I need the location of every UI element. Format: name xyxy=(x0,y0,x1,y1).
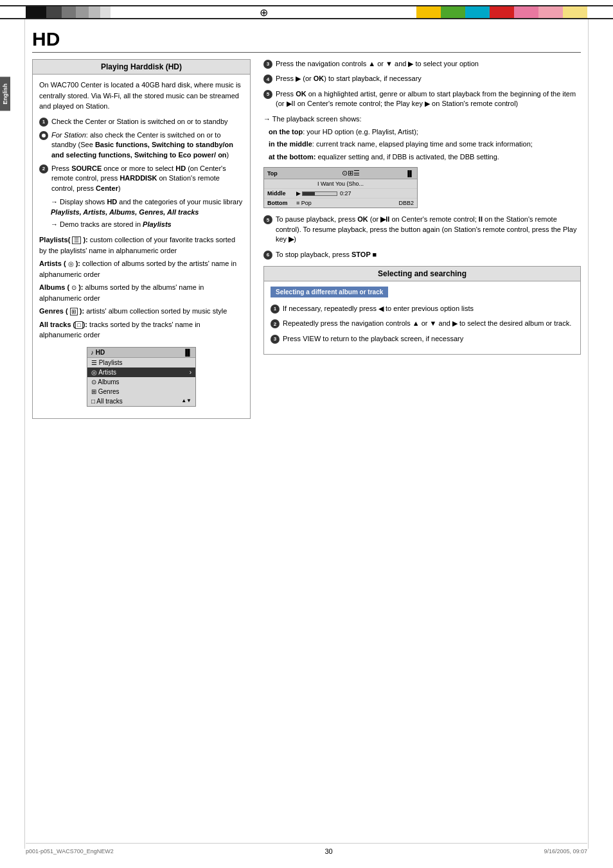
header-color-bar-yellow xyxy=(416,6,441,18)
hd-display-titlebar: ♪ HD ▐▌ xyxy=(87,348,195,358)
playback-track-name: I Want You (Sho... xyxy=(264,179,417,189)
pause-step-number: 5 xyxy=(263,215,272,224)
footer: p001-p051_WACS700_EngNEW2 30 9/16/2005, … xyxy=(26,843,587,855)
pause-step-text: To pause playback, press OK (or ▶II on C… xyxy=(276,215,581,244)
selecting-searching-section: Selecting and searching Selecting a diff… xyxy=(263,266,581,355)
left-border xyxy=(24,19,25,849)
header-color-bar-red xyxy=(490,6,514,18)
header-bar-1 xyxy=(26,6,46,18)
playback-screen-arrow: The playback screen shows: xyxy=(263,114,581,124)
crosshair-icon: ⊕ xyxy=(260,6,268,19)
step-3-text: Press SOURCE once or more to select HD (… xyxy=(51,164,244,193)
playing-harddisk-section: Playing Harddisk (HD) On WAC700 Center i… xyxy=(32,59,251,419)
footer-page-number: 30 xyxy=(324,847,332,855)
hd-display-signal-icon: ▐▌ xyxy=(183,349,192,356)
step-2-bullet xyxy=(39,131,48,140)
right-step-4-number: 4 xyxy=(263,75,272,84)
header-bar-6 xyxy=(100,6,111,18)
step-1: 1 Check the Center or Station is switche… xyxy=(39,117,244,127)
header-color-bar-pink xyxy=(514,6,538,18)
select-step-1-number: 1 xyxy=(271,305,280,314)
select-step-1-text: If necessary, repeatedly press ◀ to ente… xyxy=(283,304,574,314)
playback-screen-box: Top ⊙⊞☰ ▐▌ I Want You (Sho... Middle ▶ 0… xyxy=(263,167,418,208)
step-3-number: 2 xyxy=(39,164,48,173)
right-step-3-number: 3 xyxy=(263,60,272,69)
header-bar-5 xyxy=(89,6,100,18)
footer-right: 9/16/2005, 09:07 xyxy=(544,848,587,855)
select-step-2: 2 Repeatedly press the navigation contro… xyxy=(271,319,574,328)
playback-top-row: Top ⊙⊞☰ ▐▌ xyxy=(264,168,417,179)
right-step-3-text: Press the navigation controls ▲ or ▼ and… xyxy=(276,59,581,69)
in-middle-text: in the middle: current track name, elaps… xyxy=(269,139,581,150)
step-2-text: For Station: also check the Center is sw… xyxy=(51,130,244,160)
genres-def: Genres ( ⊞ ): artists' album collection … xyxy=(39,306,244,317)
footer-left: p001-p051_WACS700_EngNEW2 xyxy=(26,848,114,855)
hd-display-item-albums[interactable]: ⊙ Albums xyxy=(87,377,195,387)
right-step-3: 3 Press the navigation controls ▲ or ▼ a… xyxy=(263,59,581,69)
playback-time: 0:27 xyxy=(340,190,351,197)
hd-display-item-genres[interactable]: ⊞ Genres xyxy=(87,387,195,396)
playback-play-icon: ▶ xyxy=(296,190,301,197)
right-step-4: 4 Press ▶ (or OK) to start playback, if … xyxy=(263,74,581,84)
select-step-3: 3 Press VIEW to return to the playback s… xyxy=(271,334,574,344)
albums-def: Albums ( ⊙ ): albums sorted by the album… xyxy=(39,282,244,303)
categories-section: Playlists( ☰ ): custom collection of you… xyxy=(39,235,244,341)
playback-middle-row: Middle ▶ 0:27 xyxy=(264,189,417,199)
step-2: For Station: also check the Center is sw… xyxy=(39,130,244,160)
alltracks-def: All tracks (□): tracks sorted by the tra… xyxy=(39,319,244,341)
right-step-5: 5 Press OK on a highlighted artist, genr… xyxy=(263,89,581,109)
on-top-text: on the top: your HD option (e.g. Playlis… xyxy=(269,127,581,137)
playback-top-signal: ▐▌ xyxy=(405,170,414,177)
page-title: HD xyxy=(32,28,581,53)
hd-display-item-playlists[interactable]: ☰ Playlists xyxy=(87,358,195,368)
pause-step: 5 To pause playback, press OK (or ▶II on… xyxy=(263,215,581,244)
arrow-item-1: Display shows HD and the categories of y… xyxy=(51,197,244,217)
playback-top-icons: ⊙⊞☰ xyxy=(342,169,360,177)
right-step-5-text: Press OK on a highlighted artist, genre … xyxy=(276,89,581,109)
playback-bottom-row: Bottom ≡ Pop DBB2 xyxy=(264,199,417,208)
at-bottom-text: at the bottom: equalizer setting and, if… xyxy=(269,152,581,163)
header-color-bar-lightpink xyxy=(538,6,563,18)
arrow-item-2: Demo tracks are stored in Playlists xyxy=(51,220,244,229)
playback-top-label: Top xyxy=(267,170,296,177)
header-bar-4 xyxy=(76,6,89,18)
select-step-3-text: Press VIEW to return to the playback scr… xyxy=(283,334,574,344)
step-3-left: 2 Press SOURCE once or more to select HD… xyxy=(39,164,244,193)
select-step-2-number: 2 xyxy=(271,319,280,328)
right-border xyxy=(588,19,589,849)
hd-display-title-left: ♪ HD xyxy=(91,349,105,356)
select-step-2-text: Repeatedly press the navigation controls… xyxy=(283,319,574,328)
hd-display-item-alltracks[interactable]: □ All tracks▲▼ xyxy=(87,396,195,406)
header-bar-3 xyxy=(62,6,76,18)
selecting-searching-title: Selecting and searching xyxy=(264,267,580,281)
header-bar-2 xyxy=(46,6,62,18)
playback-bottom-left: ≡ Pop xyxy=(296,200,312,206)
playback-progress-bar xyxy=(302,191,337,196)
playlists-def: Playlists( ☰ ): custom collection of you… xyxy=(39,235,244,256)
right-step-5-number: 5 xyxy=(263,90,272,99)
stop-step-number: 6 xyxy=(263,251,272,260)
playback-middle-label: Middle xyxy=(267,190,296,197)
playing-harddisk-title: Playing Harddisk (HD) xyxy=(33,60,250,75)
step-1-number: 1 xyxy=(39,118,48,127)
hd-display-box: ♪ HD ▐▌ ☰ Playlists ◎ Artists› ⊙ Albums … xyxy=(87,347,196,407)
stop-step: 6 To stop playback, press STOP ■ xyxy=(263,250,581,260)
subsection-label: Selecting a different album or track xyxy=(271,287,388,297)
header-color-bar-cyan xyxy=(465,6,490,18)
select-step-1: 1 If necessary, repeatedly press ◀ to en… xyxy=(271,304,574,314)
stop-step-text: To stop playback, press STOP ■ xyxy=(276,250,581,260)
playback-bottom-label: Bottom xyxy=(267,200,296,206)
header-color-bar-green xyxy=(441,6,465,18)
language-tab: English xyxy=(0,77,10,111)
header-color-bar-lightyellow xyxy=(563,6,587,18)
select-step-3-number: 3 xyxy=(271,335,280,344)
intro-text: On WAC700 Center is located a 40GB hard … xyxy=(39,80,244,112)
artists-def: Artists ( ◎ ): collection of albums sort… xyxy=(39,258,244,279)
hd-display-item-artists[interactable]: ◎ Artists› xyxy=(87,368,195,377)
right-step-4-text: Press ▶ (or OK) to start playback, if ne… xyxy=(276,74,581,84)
step-1-text: Check the Center or Station is switched … xyxy=(51,117,244,127)
playback-bottom-right: DBB2 xyxy=(398,200,414,206)
